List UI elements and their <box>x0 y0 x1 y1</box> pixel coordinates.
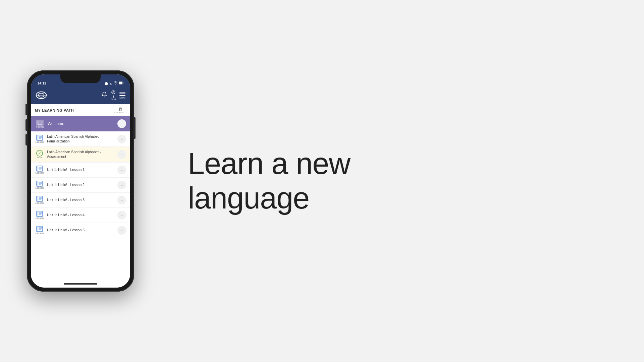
svg-rect-1 <box>119 82 122 84</box>
lesson-badge-7: LESSON <box>35 226 44 234</box>
clear-all-button[interactable]: 🗑 CLEAR ALL <box>114 107 126 114</box>
svg-rect-34 <box>37 226 43 232</box>
lesson-left: LESSON Latin American Spanish Alphabet -… <box>35 134 117 143</box>
phone-frame: 14:11 ⬤ ▲ <box>27 70 134 292</box>
welcome-title: Welcome <box>48 121 64 126</box>
svg-rect-9 <box>37 135 43 140</box>
lesson-left: LESSON Unit 1: Hello! - Lesson 4 <box>35 211 117 219</box>
lesson-title-5: Unit 1: Hello! - Lesson 5 <box>47 228 117 233</box>
svg-rect-24 <box>37 196 43 201</box>
more-dots-icon: ··· <box>120 183 123 187</box>
lesson-item-assessment[interactable]: ✓ TEST Latin American Spanish Alphabet -… <box>31 147 130 162</box>
svg-rect-14 <box>37 166 43 171</box>
lesson-item-4[interactable]: LESSON Unit 1: Hello! - Lesson 4 ··· <box>31 208 130 223</box>
welcome-item[interactable]: VOCAB Welcome ··· <box>31 116 130 131</box>
test-icon: ✓ <box>36 150 43 156</box>
learning-path-header: MY LEARNING PATH 🗑 CLEAR ALL <box>31 104 130 116</box>
lesson-badge-4: LESSON <box>35 181 44 189</box>
menu-lines-icon <box>119 92 125 96</box>
more-dots-icon: ··· <box>120 198 123 202</box>
goal-number: 1 <box>112 95 114 98</box>
lesson-more-button-6[interactable]: ··· <box>117 211 126 220</box>
more-dots-icon: ··· <box>120 137 123 141</box>
battery-icon <box>119 81 123 85</box>
lesson-more-button-3[interactable]: ··· <box>117 166 126 174</box>
lesson-type-label-7: LESSON <box>36 232 44 234</box>
book-icon-5 <box>36 196 43 202</box>
tagline-line1: Learn a new <box>188 146 350 181</box>
more-dots-icon: ··· <box>120 213 123 218</box>
lesson-more-button-1[interactable]: ··· <box>117 135 126 143</box>
menu-label: Menu <box>119 97 125 99</box>
nav-right: 1 Goal Menu <box>101 90 125 101</box>
lesson-badge: LESSON <box>35 135 44 143</box>
lesson-left: LESSON Unit 1: Hello! - Lesson 1 <box>35 166 117 174</box>
lesson-item-5[interactable]: LESSON Unit 1: Hello! - Lesson 5 ··· <box>31 223 130 238</box>
lesson-type-label-1: LESSON <box>36 141 44 143</box>
lesson-title-assessment: Latin American Spanish Alphabet - Assess… <box>47 150 117 159</box>
rosetta-stone-logo[interactable] <box>36 91 47 100</box>
vocab-icon <box>36 120 44 126</box>
lesson-title-4: Unit 1: Hello! - Lesson 4 <box>47 213 117 218</box>
lesson-badge-6: LESSON <box>35 211 44 219</box>
lesson-more-button-2[interactable]: ··· <box>117 150 126 159</box>
notification-bell-icon[interactable] <box>101 92 107 99</box>
goal-button[interactable]: 1 Goal <box>111 90 116 101</box>
vocab-badge: VOCAB <box>35 120 45 128</box>
more-dots-icon: ··· <box>120 168 123 172</box>
phone-bottom <box>31 280 130 288</box>
lesson-more-button-5[interactable]: ··· <box>117 196 126 204</box>
svg-rect-2 <box>123 82 124 83</box>
lesson-left: LESSON Unit 1: Hello! - Lesson 2 <box>35 181 117 189</box>
lesson-badge-5: LESSON <box>35 196 44 204</box>
lesson-badge-3: LESSON <box>35 166 44 174</box>
book-icon-7 <box>36 226 43 232</box>
lesson-item-1[interactable]: LESSON Unit 1: Hello! - Lesson 1 ··· <box>31 163 130 178</box>
lesson-more-button-7[interactable]: ··· <box>117 226 126 235</box>
lesson-type-label-5: LESSON <box>36 202 44 204</box>
book-icon-3 <box>36 166 43 172</box>
lesson-left: LESSON Unit 1: Hello! - Lesson 3 <box>35 196 117 204</box>
lesson-item-familiarization[interactable]: LESSON Latin American Spanish Alphabet -… <box>31 131 130 147</box>
lesson-title-1: Unit 1: Hello! - Lesson 1 <box>47 168 117 172</box>
trash-icon: 🗑 <box>118 107 122 112</box>
signal-icon: ▲ <box>109 82 112 85</box>
test-circle-icon: ✓ <box>36 150 43 157</box>
vocab-type-label: VOCAB <box>36 126 44 128</box>
book-icon-6 <box>36 211 43 217</box>
test-badge: ✓ TEST <box>35 150 44 159</box>
home-indicator <box>64 283 97 285</box>
phone-area: 14:11 ⬤ ▲ <box>0 0 161 362</box>
welcome-more-button[interactable]: ··· <box>117 119 126 128</box>
status-icons: ⬤ ▲ <box>105 81 123 85</box>
lesson-type-label-4: LESSON <box>36 187 44 189</box>
status-time: 14:11 <box>38 81 46 85</box>
book-icon-4 <box>36 181 43 187</box>
lesson-item-2[interactable]: LESSON Unit 1: Hello! - Lesson 2 ··· <box>31 178 130 193</box>
test-type-label: TEST <box>37 157 42 159</box>
lesson-left: ✓ TEST Latin American Spanish Alphabet -… <box>35 150 117 159</box>
nav-bar: 1 Goal Menu <box>31 86 130 104</box>
lesson-title-2: Unit 1: Hello! - Lesson 2 <box>47 183 117 187</box>
lesson-item-3[interactable]: LESSON Unit 1: Hello! - Lesson 3 ··· <box>31 193 130 208</box>
lesson-title-familiarization: Latin American Spanish Alphabet - Famili… <box>47 134 117 143</box>
more-dots-icon: ··· <box>120 152 123 157</box>
phone-notch <box>60 74 101 83</box>
welcome-left: VOCAB Welcome <box>35 120 64 128</box>
more-dots-icon: ··· <box>120 228 123 233</box>
tagline: Learn a new language <box>188 146 350 216</box>
portrait-icon: ⬤ <box>105 82 108 85</box>
course-list: VOCAB Welcome ··· <box>31 116 130 280</box>
lesson-more-button-4[interactable]: ··· <box>117 181 126 189</box>
lesson-title-3: Unit 1: Hello! - Lesson 3 <box>47 198 117 202</box>
menu-button[interactable]: Menu <box>119 92 125 99</box>
phone-screen: 14:11 ⬤ ▲ <box>31 74 130 288</box>
lesson-type-label-6: LESSON <box>36 217 44 219</box>
svg-rect-19 <box>37 181 43 186</box>
goal-label: Goal <box>111 98 116 101</box>
book-icon <box>36 135 43 141</box>
right-content: Learn a new language <box>161 146 644 216</box>
lesson-left: LESSON Unit 1: Hello! - Lesson 5 <box>35 226 117 234</box>
lesson-type-label-3: LESSON <box>36 172 44 174</box>
svg-rect-29 <box>37 211 43 217</box>
